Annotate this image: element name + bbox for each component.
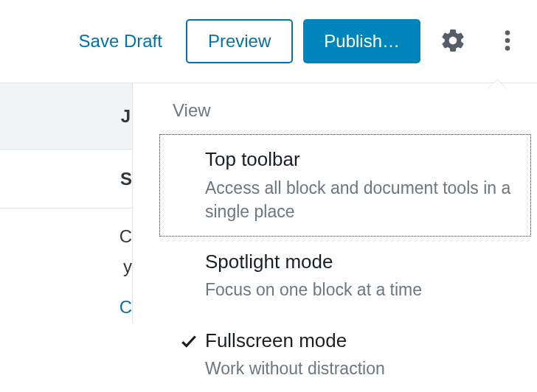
menu-item-description: Work without distraction: [205, 357, 518, 380]
more-menu-button[interactable]: [485, 19, 530, 63]
menu-item-title: Spotlight mode: [205, 250, 518, 274]
menu-item-spotlight-mode[interactable]: Spotlight mode Focus on one block at a t…: [159, 237, 531, 315]
save-draft-button[interactable]: Save Draft: [79, 31, 162, 52]
dropdown-caret: [487, 80, 507, 90]
more-vertical-icon: [494, 27, 521, 56]
bg-link-fragment[interactable]: C: [0, 293, 132, 323]
menu-item-top-toolbar[interactable]: Top toolbar Access all block and documen…: [159, 134, 531, 237]
bg-text-line: C: [119, 226, 132, 246]
check-icon: [179, 332, 198, 354]
bg-header-text: J: [121, 106, 131, 127]
menu-item-check: [173, 329, 205, 354]
menu-item-description: Access all block and document tools in a…: [205, 176, 518, 223]
menu-item-check: [173, 147, 205, 150]
bg-row: S: [0, 150, 133, 209]
settings-button[interactable]: [431, 19, 475, 63]
gear-icon: [440, 27, 466, 56]
bg-text-line: y: [123, 256, 132, 276]
menu-item-title: Fullscreen mode: [205, 329, 518, 353]
bg-panel-header: J: [0, 83, 133, 150]
menu-item-title: Top toolbar: [205, 147, 518, 172]
menu-item-texts: Spotlight mode Focus on one block at a t…: [205, 250, 518, 302]
menu-section-label: View: [159, 90, 531, 134]
editor-toolbar: Save Draft Preview Publish…: [0, 0, 537, 83]
menu-item-texts: Top toolbar Access all block and documen…: [205, 147, 518, 223]
publish-button[interactable]: Publish…: [303, 19, 420, 63]
menu-item-check: [173, 250, 205, 253]
menu-item-texts: Fullscreen mode Work without distraction: [205, 329, 518, 381]
menu-item-fullscreen-mode[interactable]: Fullscreen mode Work without distraction: [159, 315, 531, 392]
svg-point-2: [505, 46, 510, 51]
more-menu-dropdown: View Top toolbar Access all block and do…: [159, 90, 531, 392]
menu-item-description: Focus on one block at a time: [205, 278, 518, 301]
bg-row-text: S: [120, 169, 132, 189]
preview-button[interactable]: Preview: [186, 19, 293, 63]
svg-point-1: [505, 38, 510, 43]
svg-point-0: [505, 30, 510, 35]
background-panel: J S C y C: [0, 83, 133, 392]
bg-body: C y C: [0, 209, 133, 322]
